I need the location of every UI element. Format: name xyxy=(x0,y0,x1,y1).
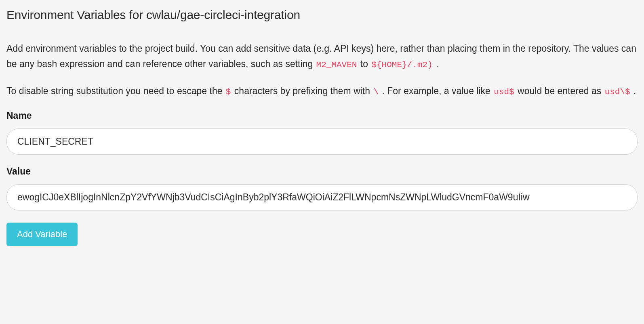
description-paragraph-2: To disable string substitution you need … xyxy=(6,84,638,99)
name-label: Name xyxy=(6,110,638,121)
description-text: To disable string substitution you need … xyxy=(6,86,225,96)
code-home-m2: ${HOME}/.m2) xyxy=(370,60,433,69)
value-label: Value xyxy=(6,166,638,177)
description-text: characters by prefixing them with xyxy=(234,86,373,96)
value-input[interactable] xyxy=(6,184,638,210)
add-variable-button[interactable]: Add Variable xyxy=(6,223,78,246)
description-text: would be entered as xyxy=(518,86,604,96)
description-text: . xyxy=(633,86,636,96)
description-text: to xyxy=(360,59,371,69)
code-usd-escaped: usd\$ xyxy=(604,87,631,97)
code-usd-dollar: usd$ xyxy=(493,87,515,97)
name-input[interactable] xyxy=(6,128,638,155)
code-m2-maven: M2_MAVEN xyxy=(316,60,358,69)
description-paragraph-1: Add environment variables to the project… xyxy=(6,41,638,72)
description-text: . For example, a value like xyxy=(382,86,493,96)
description-text: . xyxy=(436,59,438,69)
page-title: Environment Variables for cwlau/gae-circ… xyxy=(6,8,638,22)
code-dollar: $ xyxy=(225,87,232,97)
code-backslash: \ xyxy=(373,87,379,97)
